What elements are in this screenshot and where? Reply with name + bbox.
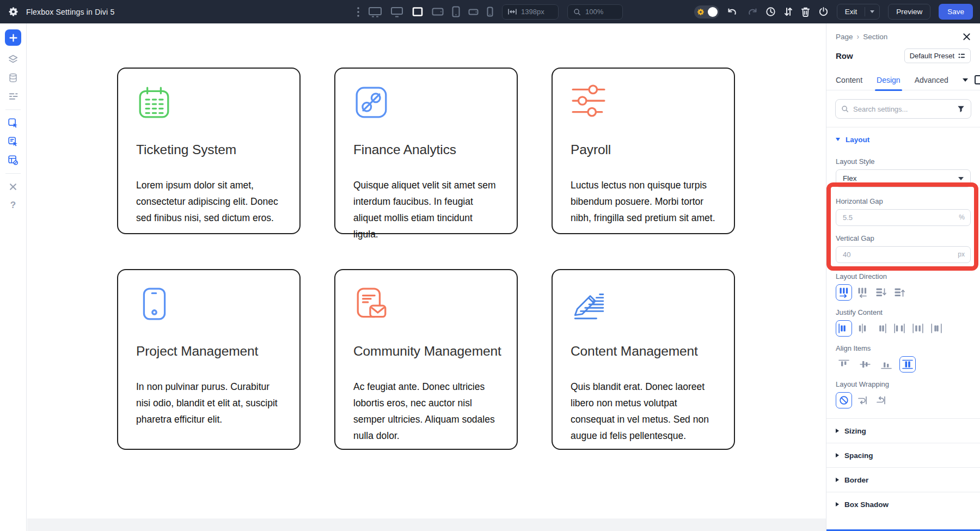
device-desktop-large-icon[interactable] xyxy=(368,7,382,17)
section-header-layout[interactable]: Layout xyxy=(826,127,980,151)
vertical-gap-unit: px xyxy=(958,251,965,258)
divider xyxy=(5,173,21,174)
canvas-width-field xyxy=(502,4,559,20)
trash-icon[interactable] xyxy=(801,7,810,17)
settings-gear-icon[interactable] xyxy=(8,7,19,17)
horizontal-gap-input[interactable] xyxy=(836,209,971,226)
card-ticketing-system[interactable]: Ticketing System Lorem ipsum dolor sit a… xyxy=(117,68,301,234)
align-end-button[interactable] xyxy=(878,356,895,373)
card-title: Finance Analytics xyxy=(353,142,499,157)
tabs-dropdown-icon[interactable] xyxy=(963,78,968,82)
default-preset-button[interactable]: Default Preset xyxy=(904,48,971,63)
rows-list-icon[interactable] xyxy=(4,88,22,105)
justify-space-around-button[interactable] xyxy=(910,320,926,337)
vertical-gap-input[interactable] xyxy=(836,246,971,263)
filter-funnel-icon[interactable] xyxy=(957,105,965,113)
preset-icon xyxy=(958,53,965,59)
device-phone-portrait-icon[interactable] xyxy=(487,7,493,17)
layout-section-content: Layout Style Flex Horizontal Gap % Verti… xyxy=(826,151,980,418)
vertical-gap-label: Vertical Gap xyxy=(836,234,971,242)
caret-right-icon xyxy=(836,478,839,482)
divi-builder-app: Flexbox Settings in Divi 5 xyxy=(0,0,980,531)
exit-button[interactable]: Exit xyxy=(837,4,865,19)
layout-wrapping-label: Layout Wrapping xyxy=(836,380,971,388)
justify-space-evenly-button[interactable] xyxy=(928,320,945,337)
chevron-down-icon xyxy=(958,177,964,180)
redo-icon[interactable] xyxy=(746,8,757,16)
expand-panel-icon[interactable] xyxy=(975,75,980,84)
align-center-button[interactable] xyxy=(857,356,873,373)
direction-column-reverse-button[interactable] xyxy=(891,284,908,301)
builder-mode-toggle[interactable] xyxy=(694,5,719,19)
device-phone-landscape-icon[interactable] xyxy=(468,9,479,15)
canvas-scrollbar-track[interactable] xyxy=(27,518,826,531)
breadcrumb-section[interactable]: Section xyxy=(863,33,887,41)
wrap-none-button[interactable] xyxy=(836,392,852,408)
insert-section-icon[interactable] xyxy=(4,133,22,150)
card-body: Quis blandit erat. Donec laoreet libero … xyxy=(571,379,716,444)
section-header-sizing[interactable]: Sizing xyxy=(826,418,980,443)
close-icon[interactable] xyxy=(963,33,971,41)
section-header-spacing[interactable]: Spacing xyxy=(826,443,980,467)
wireframe-view-icon[interactable] xyxy=(4,152,22,168)
tools-icon[interactable] xyxy=(4,179,22,195)
layers-icon[interactable] xyxy=(4,51,22,68)
justify-end-button[interactable] xyxy=(873,320,889,337)
device-tablet-landscape-icon[interactable] xyxy=(432,8,444,16)
card-title: Ticketing System xyxy=(136,142,281,157)
device-tablet-portrait-icon[interactable] xyxy=(452,6,460,17)
section-header-box-shadow[interactable]: Box Shadow xyxy=(826,492,980,516)
exit-dropdown-button[interactable] xyxy=(865,7,879,16)
card-finance-analytics[interactable]: Finance Analytics Quisque aliquet velit … xyxy=(334,68,518,234)
canvas-width-input[interactable] xyxy=(521,8,553,16)
device-desktop-icon[interactable] xyxy=(390,7,403,17)
card-body: Quisque aliquet velit sit amet sem inter… xyxy=(353,177,499,242)
section-header-border[interactable]: Border xyxy=(826,467,980,492)
layout-style-select[interactable]: Flex xyxy=(836,169,971,187)
justify-space-between-button[interactable] xyxy=(891,320,908,337)
card-body: Ac feugiat ante. Donec ultricies loborti… xyxy=(353,379,499,444)
insert-row-icon[interactable] xyxy=(4,115,22,131)
tab-advanced[interactable]: Advanced xyxy=(915,70,948,90)
add-module-button[interactable] xyxy=(5,29,21,46)
direction-row-reverse-button[interactable] xyxy=(854,284,871,301)
breadcrumb-page[interactable]: Page xyxy=(836,33,853,41)
top-toolbar: Flexbox Settings in Divi 5 xyxy=(0,0,980,23)
more-options-icon[interactable] xyxy=(357,7,359,17)
card-title: Community Management xyxy=(353,344,499,359)
tab-design[interactable]: Design xyxy=(877,70,901,90)
sort-arrows-icon[interactable] xyxy=(784,7,793,17)
pencil-lines-icon xyxy=(571,286,716,322)
card-body: In non pulvinar purus. Curabitur nisi od… xyxy=(136,379,281,428)
preview-button[interactable]: Preview xyxy=(888,4,930,20)
justify-start-button[interactable] xyxy=(836,320,852,337)
align-stretch-button[interactable] xyxy=(899,356,916,373)
portability-power-icon[interactable] xyxy=(818,7,829,17)
wrap-reverse-button[interactable] xyxy=(873,392,889,408)
card-payroll[interactable]: Payroll Luctus lectus non quisque turpis… xyxy=(552,68,735,234)
justify-content-options xyxy=(836,320,971,337)
canvas-zoom-input[interactable] xyxy=(585,8,617,16)
align-start-button[interactable] xyxy=(836,356,852,373)
card-title: Payroll xyxy=(571,142,716,157)
help-icon[interactable]: ? xyxy=(4,197,22,213)
device-laptop-icon[interactable] xyxy=(412,7,424,17)
toggle-knob xyxy=(708,7,718,17)
page-canvas: Ticketing System Lorem ipsum dolor sit a… xyxy=(27,23,826,531)
search-settings-input[interactable] xyxy=(836,105,971,113)
zoom-magnifier-icon xyxy=(573,8,581,16)
card-content-management[interactable]: Content Management Quis blandit erat. Do… xyxy=(552,269,735,450)
save-button[interactable]: Save xyxy=(939,4,973,20)
justify-center-button[interactable] xyxy=(854,320,871,337)
direction-column-button[interactable] xyxy=(873,284,889,301)
undo-icon[interactable] xyxy=(727,8,738,16)
card-community-management[interactable]: Community Management Ac feugiat ante. Do… xyxy=(334,269,518,450)
direction-row-button[interactable] xyxy=(836,284,852,301)
horizontal-gap-label: Horizontal Gap xyxy=(836,197,971,205)
tab-content[interactable]: Content xyxy=(836,70,862,90)
database-icon[interactable] xyxy=(4,70,22,86)
card-project-management[interactable]: Project Management In non pulvinar purus… xyxy=(117,269,301,450)
history-clock-icon[interactable] xyxy=(765,7,776,17)
wrap-button[interactable] xyxy=(854,392,871,408)
justify-content-label: Justify Content xyxy=(836,308,971,316)
